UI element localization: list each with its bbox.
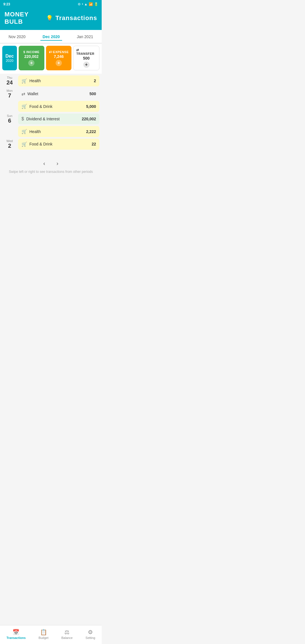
swipe-arrows: ‹ › (5, 160, 97, 167)
transfer-add-button[interactable]: + (83, 62, 90, 68)
income-amount: 220,002 (24, 54, 39, 59)
transaction-left: 🛒 Food & Drink (21, 104, 53, 109)
status-bar: 9:23 ⚙ • ▲ 📶 🔋 (0, 0, 102, 7)
app-header: MONEY BULB 💡 Transactions (0, 7, 102, 30)
income-add-button[interactable]: + (28, 60, 34, 66)
next-arrow[interactable]: › (56, 160, 58, 167)
card-current-date: Dec 2020 (2, 46, 17, 70)
transaction-food-drink-5000[interactable]: 🛒 Food & Drink 5,000 (18, 101, 99, 112)
day-name: Wed (6, 139, 13, 143)
summary-cards: Dec 2020 $ INCOME 220,002 + 🏷 EXPENSE 7,… (0, 43, 102, 74)
transaction-amount: 2,222 (86, 129, 96, 134)
date-mon-7: Mon 7 (2, 88, 17, 100)
expense-label: 🏷 EXPENSE (49, 50, 69, 54)
transaction-food-drink-22[interactable]: 🛒 Food & Drink 22 (18, 139, 99, 150)
prev-arrow[interactable]: ‹ (43, 160, 45, 167)
income-label: $ INCOME (23, 50, 40, 54)
day-name: Mon (6, 89, 12, 92)
table-row: Sun 6 $ Dividend & Interest 220,002 (2, 113, 99, 125)
date-wed-2: Wed 2 (2, 138, 17, 150)
month-jan[interactable]: Jan 2021 (75, 33, 95, 41)
transaction-health-2[interactable]: 🛒 Health 2 (18, 75, 99, 86)
transactions-list: Thu 24 🛒 Health 2 Mon 7 ⇄ Wallet (0, 75, 102, 150)
transaction-amount: 5,000 (86, 104, 96, 109)
signal-icon: 📶 (89, 2, 93, 6)
day-num: 7 (8, 92, 11, 99)
bulb-icon: 💡 (46, 15, 53, 21)
transaction-category: Food & Drink (29, 142, 53, 146)
expense-icon: 🛒 (21, 129, 27, 134)
card-expense[interactable]: 🏷 EXPENSE 7,246 + (46, 46, 72, 70)
swipe-hint-text: Swipe left or right to see transactions … (9, 170, 93, 174)
wifi-icon: ▲ (84, 2, 88, 6)
month-selector: Nov 2020 Dec 2020 Jan 2021 (0, 30, 102, 43)
status-time: 9:23 (3, 2, 10, 6)
transaction-left: 🛒 Health (21, 129, 41, 134)
card-transfer[interactable]: ⇄ TRANSFER 500 + (73, 46, 99, 70)
transaction-category: Health (29, 79, 41, 83)
day-name: Thu (7, 76, 12, 79)
transaction-left: ⇄ Wallet (21, 91, 38, 97)
main-content: Thu 24 🛒 Health 2 Mon 7 ⇄ Wallet (0, 75, 102, 204)
transaction-amount: 220,002 (82, 117, 96, 121)
date-empty (2, 105, 17, 108)
transaction-wallet[interactable]: ⇄ Wallet 500 (18, 88, 99, 99)
day-num: 6 (8, 118, 11, 124)
month-dec[interactable]: Dec 2020 (40, 33, 62, 41)
month-nov[interactable]: Nov 2020 (6, 33, 28, 41)
transaction-left: 🛒 Food & Drink (21, 142, 53, 147)
settings-icon: ⚙ (78, 2, 81, 6)
date-sun-6: Sun 6 (2, 113, 17, 125)
table-row: Thu 24 🛒 Health 2 (2, 75, 99, 87)
day-num: 24 (6, 79, 13, 86)
date-thu-24: Thu 24 (2, 75, 17, 87)
date-empty (2, 130, 17, 133)
transfer-icon: ⇄ (21, 91, 25, 97)
transaction-amount: 500 (90, 92, 96, 96)
app-name: MONEY BULB (5, 11, 44, 25)
transaction-left: 🛒 Health (21, 78, 41, 84)
income-icon: $ (21, 116, 24, 121)
table-row: 🛒 Health 2,222 (2, 126, 99, 137)
day-name: Sun (7, 114, 12, 118)
transaction-amount: 22 (91, 142, 96, 146)
transaction-health-2222[interactable]: 🛒 Health 2,222 (18, 126, 99, 137)
expense-amount: 7,246 (54, 54, 64, 59)
dot-icon: • (82, 2, 83, 6)
card-date-month: Dec (5, 54, 14, 59)
table-row: Mon 7 ⇄ Wallet 500 (2, 88, 99, 100)
card-income[interactable]: $ INCOME 220,002 + (19, 46, 44, 70)
expense-icon: 🛒 (21, 78, 27, 84)
transaction-amount: 2 (94, 79, 96, 83)
expense-icon: 🛒 (21, 142, 27, 147)
transaction-left: $ Dividend & Interest (21, 116, 60, 121)
expense-icon: 🛒 (21, 104, 27, 109)
transfer-amount: 500 (83, 56, 90, 60)
transaction-category: Wallet (27, 92, 38, 96)
card-date-year: 2020 (6, 59, 14, 63)
transfer-label: ⇄ TRANSFER (76, 48, 96, 55)
transaction-category: Food & Drink (29, 104, 53, 109)
transaction-dividend[interactable]: $ Dividend & Interest 220,002 (18, 114, 99, 124)
table-row: Wed 2 🛒 Food & Drink 22 (2, 138, 99, 150)
swipe-hint-section: ‹ › Swipe left or right to see transacti… (0, 151, 102, 176)
expense-add-button[interactable]: + (56, 60, 62, 66)
status-icons: ⚙ • ▲ 📶 🔋 (78, 2, 98, 6)
transaction-category: Dividend & Interest (26, 117, 60, 121)
day-num: 2 (8, 143, 11, 149)
battery-icon: 🔋 (94, 2, 98, 6)
transaction-category: Health (29, 129, 41, 134)
screen-name: Transactions (55, 14, 97, 22)
table-row: 🛒 Food & Drink 5,000 (2, 101, 99, 112)
